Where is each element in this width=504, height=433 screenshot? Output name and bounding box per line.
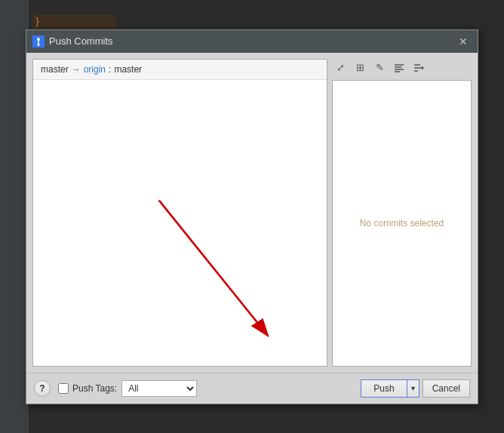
push-button-group: Push ▾ [361, 379, 419, 398]
dialog-icon [32, 35, 45, 48]
commits-header: master → origin : master [33, 60, 327, 80]
git-icon [34, 37, 43, 46]
dialog-title: Push Commits [49, 35, 450, 47]
push-tags-row: Push Tags: All [58, 380, 353, 397]
expand-button[interactable]: ⤢ [332, 60, 349, 76]
commits-panel: master → origin : master [32, 59, 327, 367]
annotation-arrow [33, 80, 327, 366]
push-dropdown-button[interactable]: ▾ [407, 380, 419, 397]
edit-button[interactable]: ✎ [371, 60, 388, 76]
align-icon [394, 63, 404, 73]
svg-line-4 [159, 200, 268, 336]
dialog-footer: ? Push Tags: All Push ▾ Cancel [26, 373, 478, 404]
commits-list-area[interactable] [33, 80, 327, 366]
remote-origin-link[interactable]: origin [84, 64, 106, 75]
push-tags-checkbox-wrapper: Push Tags: [58, 383, 117, 394]
local-branch: master [41, 64, 69, 75]
branch-arrow: → [72, 64, 81, 75]
commit-details-panel: ⤢ ⊞ ✎ [332, 59, 472, 367]
help-button[interactable]: ? [34, 380, 51, 397]
svg-point-2 [38, 43, 40, 45]
push-tags-checkbox[interactable] [58, 383, 69, 394]
no-commits-label: No commits selected [360, 218, 444, 229]
sort-button[interactable] [410, 60, 427, 76]
remote-branch: master [114, 64, 142, 75]
push-tags-label: Push Tags: [72, 383, 117, 394]
dialog-titlebar: Push Commits ✕ [26, 30, 478, 53]
dialog-body: master → origin : master [26, 53, 478, 373]
close-button[interactable]: ✕ [455, 33, 472, 50]
dialog-overlay: Push Commits ✕ master → origin : master [0, 0, 504, 433]
grid-button[interactable]: ⊞ [352, 60, 368, 76]
details-toolbar: ⤢ ⊞ ✎ [332, 59, 472, 77]
branch-separator: : [109, 64, 111, 75]
sort-icon [413, 63, 424, 73]
svg-point-0 [37, 38, 40, 41]
cancel-button[interactable]: Cancel [423, 379, 470, 398]
footer-buttons: Push ▾ Cancel [361, 379, 470, 398]
push-commits-dialog: Push Commits ✕ master → origin : master [26, 29, 478, 404]
tags-dropdown[interactable]: All [121, 380, 197, 397]
align-left-button[interactable] [391, 60, 407, 76]
commit-details-content: No commits selected [332, 80, 472, 367]
push-button[interactable]: Push [361, 380, 407, 397]
branch-path: master → origin : master [41, 64, 319, 75]
